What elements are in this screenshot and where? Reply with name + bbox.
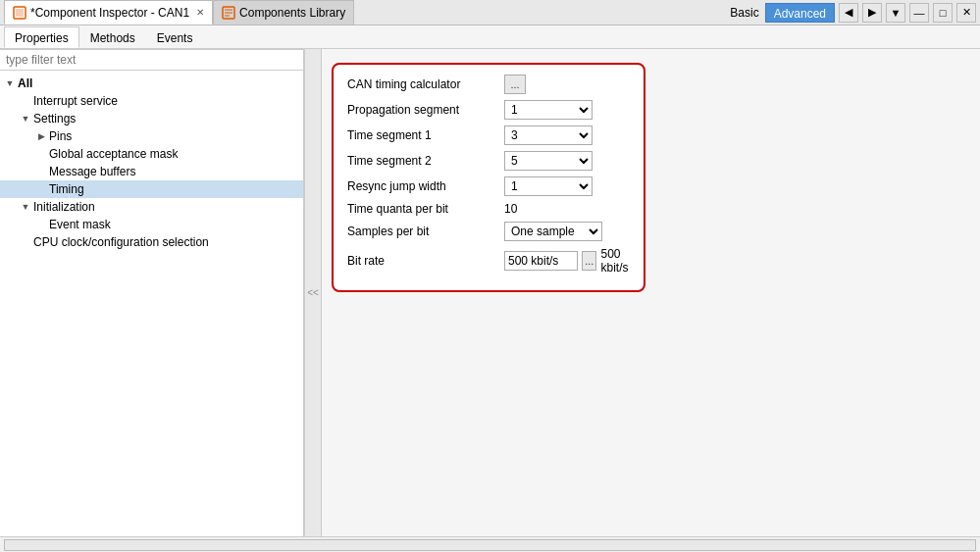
left-panel: ▼ All ▶ Interrupt service ▼ Settings ▶ P… <box>0 49 304 536</box>
horizontal-scrollbar[interactable] <box>4 539 976 551</box>
tree-item-interrupt[interactable]: ▶ Interrupt service <box>0 92 303 110</box>
arrow-settings: ▼ <box>20 113 31 125</box>
time-seg1-control: 12345 <box>504 125 630 145</box>
bitrate-label: Bit rate <box>347 254 504 268</box>
can-timing-box: CAN timing calculator ... Propagation se… <box>332 63 645 292</box>
menu-down-icon[interactable]: ▼ <box>886 3 905 23</box>
arrow-all: ▼ <box>4 77 16 89</box>
tab-close-icon[interactable]: ✕ <box>196 7 204 18</box>
sub-tab-bar: Properties Methods Events <box>0 25 980 49</box>
basic-label: Basic <box>730 6 758 20</box>
timing-time-seg1-row: Time segment 1 12345 <box>347 125 630 145</box>
arrow-pins: ▶ <box>35 130 47 142</box>
tree-item-initialization[interactable]: ▼ Initialization <box>0 198 303 216</box>
time-seg2-control: 12345 <box>504 151 630 171</box>
component-icon <box>13 6 26 20</box>
tree-item-settings[interactable]: ▼ Settings <box>0 110 303 127</box>
bitrate-control: ... 500 kbit/s <box>504 247 635 275</box>
library-icon <box>222 6 235 20</box>
samples-label: Samples per bit <box>347 225 504 238</box>
tab-events[interactable]: Events <box>146 26 204 48</box>
tab-library-label: Components Library <box>239 6 345 20</box>
advanced-button[interactable]: Advanced <box>765 3 835 23</box>
tab-component-inspector-label: *Component Inspector - CAN1 <box>30 6 189 20</box>
timing-calculator-dots-btn[interactable]: ... <box>504 75 526 94</box>
tree-label-interrupt: Interrupt service <box>33 94 118 108</box>
right-panel: CAN timing calculator ... Propagation se… <box>322 49 980 536</box>
tab-properties[interactable]: Properties <box>4 26 79 48</box>
tab-components-library[interactable]: Components Library <box>213 0 354 25</box>
tree-item-pins[interactable]: ▶ Pins <box>0 127 303 145</box>
samples-control: One sample Three samples <box>504 222 630 241</box>
quanta-value: 10 <box>504 202 517 216</box>
quanta-label: Time quanta per bit <box>347 202 504 216</box>
tree-label-all: All <box>18 76 32 90</box>
close-window-icon[interactable]: ✕ <box>956 3 976 23</box>
tab-group: *Component Inspector - CAN1 ✕ Components… <box>4 0 354 25</box>
timing-title-control: ... <box>504 75 630 94</box>
timing-title-row: CAN timing calculator ... <box>347 75 630 94</box>
bottom-bar <box>0 536 980 552</box>
tree-item-global[interactable]: ▶ Global acceptance mask <box>0 145 303 163</box>
tree-label-pins: Pins <box>49 129 72 143</box>
tree-item-all[interactable]: ▼ All <box>0 75 303 92</box>
time-seg1-select[interactable]: 12345 <box>504 125 593 145</box>
quanta-control: 10 <box>504 202 630 216</box>
panel-splitter[interactable]: << <box>304 49 322 536</box>
tree-item-timing[interactable]: ▶ Timing <box>0 180 303 198</box>
prop-seg-control: 1234 <box>504 100 630 120</box>
time-seg2-select[interactable]: 12345 <box>504 151 593 171</box>
content-area: ▼ All ▶ Interrupt service ▼ Settings ▶ P… <box>0 49 980 536</box>
resync-control: 1234 <box>504 176 630 196</box>
splitter-label: << <box>307 287 319 298</box>
prop-seg-label: Propagation segment <box>347 103 504 117</box>
timing-time-seg2-row: Time segment 2 12345 <box>347 151 630 171</box>
tree-container: ▼ All ▶ Interrupt service ▼ Settings ▶ P… <box>0 71 303 536</box>
tab-component-inspector[interactable]: *Component Inspector - CAN1 ✕ <box>4 0 213 25</box>
tree-item-cpu[interactable]: ▶ CPU clock/configuration selection <box>0 233 303 251</box>
tree-label-initialization: Initialization <box>33 200 95 214</box>
resync-select[interactable]: 1234 <box>504 176 593 196</box>
filter-input[interactable] <box>0 49 303 71</box>
forward-icon[interactable]: ▶ <box>862 3 882 23</box>
tree-label-message: Message buffers <box>49 165 136 178</box>
timing-bitrate-row: Bit rate ... 500 kbit/s <box>347 247 630 275</box>
tree-item-eventmask[interactable]: ▶ Event mask <box>0 216 303 233</box>
tree-label-timing: Timing <box>49 182 84 196</box>
arrow-initialization: ▼ <box>20 201 31 213</box>
tree-label-settings: Settings <box>33 112 76 125</box>
timing-resync-row: Resync jump width 1234 <box>347 176 630 196</box>
can-timing-title-label: CAN timing calculator <box>347 77 504 91</box>
tree-item-message[interactable]: ▶ Message buffers <box>0 163 303 180</box>
bitrate-input[interactable] <box>504 251 578 271</box>
maximize-icon[interactable]: □ <box>933 3 953 23</box>
bitrate-display-value: 500 kbit/s <box>600 247 635 275</box>
timing-prop-seg-row: Propagation segment 1234 <box>347 100 630 120</box>
top-bar: *Component Inspector - CAN1 ✕ Components… <box>0 0 980 25</box>
back-icon[interactable]: ◀ <box>839 3 858 23</box>
timing-samples-row: Samples per bit One sample Three samples <box>347 222 630 241</box>
bitrate-dots-btn[interactable]: ... <box>582 251 596 271</box>
minimize-icon[interactable]: — <box>909 3 929 23</box>
tree-label-cpu: CPU clock/configuration selection <box>33 235 209 249</box>
svg-rect-1 <box>16 9 24 17</box>
time-seg1-label: Time segment 1 <box>347 128 504 142</box>
tree-label-eventmask: Event mask <box>49 218 111 231</box>
tab-methods[interactable]: Methods <box>79 26 146 48</box>
prop-seg-select[interactable]: 1234 <box>504 100 593 120</box>
main-container: Properties Methods Events ▼ All ▶ Interr… <box>0 25 980 552</box>
samples-select[interactable]: One sample Three samples <box>504 222 602 241</box>
tree-label-global: Global acceptance mask <box>49 147 178 161</box>
time-seg2-label: Time segment 2 <box>347 154 504 168</box>
top-bar-right: Basic Advanced ◀ ▶ ▼ — □ ✕ <box>730 3 976 23</box>
resync-label: Resync jump width <box>347 179 504 193</box>
timing-quanta-row: Time quanta per bit 10 <box>347 202 630 216</box>
